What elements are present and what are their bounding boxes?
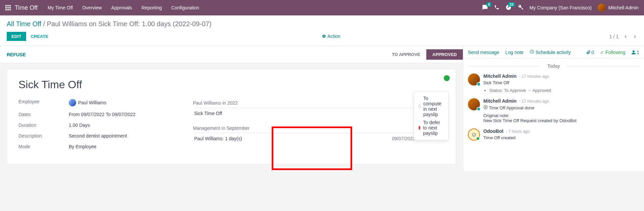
messaging-icon[interactable]: 5 <box>482 4 488 11</box>
svg-rect-2 <box>9 5 11 6</box>
summary1-table: Sick Time Off 1 day(s) <box>193 108 444 119</box>
gear-icon <box>322 34 326 38</box>
breadcrumb-root[interactable]: All Time Off <box>7 20 41 28</box>
message-note-label: Original note: <box>483 113 577 118</box>
value-description: Second dentist appointment <box>69 133 127 139</box>
user-name: Mitchell Admin <box>608 5 639 10</box>
message: ☺ OdooBot - 7 hours ago Time Off created <box>468 128 639 141</box>
user-avatar <box>598 4 606 12</box>
user-menu[interactable]: Mitchell Admin <box>598 4 639 12</box>
send-message-button[interactable]: Send message <box>468 50 499 55</box>
svg-rect-3 <box>5 7 7 8</box>
person-icon <box>631 50 636 55</box>
svg-rect-7 <box>7 9 9 10</box>
status-bar: REFUSE TO APPROVE APPROVED <box>0 46 463 63</box>
chatter: Send message Log note Schedule activity … <box>463 46 644 171</box>
control-bar: EDIT CREATE Action 1 / 1 ‹ › <box>0 29 644 46</box>
employee-avatar <box>69 99 76 106</box>
message-author: OdooBot <box>483 128 503 134</box>
refuse-button[interactable]: REFUSE <box>7 52 26 57</box>
value-dates: From 09/07/2022 To 09/07/2022 <box>69 112 136 117</box>
apps-icon[interactable] <box>5 5 11 10</box>
message-content: Time Off created <box>483 135 530 140</box>
status-approved[interactable]: APPROVED <box>426 49 463 60</box>
pager-prev[interactable]: ‹ <box>623 33 628 40</box>
message-content: Time Off Approval done <box>483 105 577 110</box>
svg-rect-1 <box>7 5 9 6</box>
summary1-header: Paul Williams in 2022 <box>193 100 444 106</box>
message-time: - 17 minutes ago <box>519 99 549 104</box>
label-description: Description <box>18 133 69 139</box>
svg-rect-0 <box>5 5 7 6</box>
table-row: Paul Williams: 1 day(s) 09/07/2022 - 09/… <box>193 133 444 144</box>
message: Mitchell Admin - 17 minutes ago Sick Tim… <box>468 73 639 93</box>
company-selector[interactable]: My Company (San Francisco) <box>530 5 592 10</box>
label-employee: Employee <box>18 99 69 106</box>
message-avatar: ☺ <box>468 128 480 141</box>
message-author: Mitchell Admin <box>483 98 517 104</box>
label-dates: Dates <box>18 112 69 117</box>
summary2-table: Paul Williams: 1 day(s) 09/07/2022 - 09/… <box>193 133 444 144</box>
svg-rect-8 <box>9 9 11 10</box>
activities-icon[interactable]: 23 <box>505 4 512 11</box>
nav-approvals[interactable]: Approvals <box>111 5 132 10</box>
value-employee: Paul Williams <box>78 100 106 105</box>
svg-point-10 <box>485 107 486 108</box>
create-button[interactable]: CREATE <box>26 32 53 41</box>
summary2-header: Management in September <box>193 125 444 131</box>
table-row: Sick Time Off 1 day(s) <box>193 108 444 119</box>
followers-button[interactable]: 1 <box>631 50 639 55</box>
label-duration: Duration <box>18 122 69 128</box>
svg-rect-5 <box>9 7 11 8</box>
presence-icon <box>477 107 481 111</box>
record-title: Sick Time Off <box>18 78 444 91</box>
activities-badge: 23 <box>508 2 515 7</box>
message-content: Sick Time Off <box>483 80 551 85</box>
svg-rect-6 <box>5 9 7 10</box>
value-duration: 1.00 Days <box>69 122 90 128</box>
pager-count: 1 / 1 <box>609 34 619 39</box>
messaging-badge: 5 <box>487 2 491 7</box>
message-time: - 7 hours ago <box>506 129 530 134</box>
paperclip-icon <box>586 50 591 55</box>
phone-icon[interactable] <box>494 5 499 11</box>
message-note-body: New Sick Time Off Request created by Odo… <box>483 118 577 123</box>
presence-icon <box>477 82 481 86</box>
nav-reporting[interactable]: Reporting <box>142 5 162 10</box>
debug-icon[interactable] <box>518 4 524 11</box>
attachments-button[interactable]: 0 <box>586 50 594 55</box>
edit-button[interactable]: EDIT <box>7 32 26 41</box>
popover-compute[interactable]: To compute in next payslip <box>419 94 443 118</box>
dot-red-icon <box>419 126 420 130</box>
clock-icon <box>530 49 534 54</box>
popover-defer[interactable]: To defer to next payslip <box>419 118 443 137</box>
presence-icon <box>476 137 480 141</box>
dot-grey-icon <box>419 104 421 108</box>
nav-configuration[interactable]: Configuration <box>171 5 199 10</box>
payslip-status-dot[interactable] <box>444 75 450 81</box>
message-avatar <box>468 73 480 86</box>
following-button[interactable]: ✓ Following <box>600 50 625 55</box>
label-mode: Mode <box>18 144 69 149</box>
form-sheet: To compute in next payslip To defer to n… <box>7 69 456 164</box>
payslip-status-popover: To compute in next payslip To defer to n… <box>414 91 448 140</box>
svg-rect-4 <box>7 7 9 8</box>
value-mode: By Employee <box>69 144 96 149</box>
schedule-activity-button[interactable]: Schedule activity <box>530 49 571 55</box>
nav-my-time-off[interactable]: My Time Off <box>48 5 73 10</box>
pager-next[interactable]: › <box>633 33 637 40</box>
gear-icon <box>483 105 488 110</box>
date-separator: Today <box>468 63 639 69</box>
message-time: - 17 minutes ago <box>519 74 549 79</box>
status-to-approve[interactable]: TO APPROVE <box>386 49 427 60</box>
breadcrumb: All Time Off / Paul Williams on Sick Tim… <box>0 15 644 29</box>
message-avatar <box>468 98 480 110</box>
top-nav: Time Off My Time Off Overview Approvals … <box>0 0 644 15</box>
message: Mitchell Admin - 17 minutes ago Time Off… <box>468 98 639 123</box>
app-brand[interactable]: Time Off <box>15 4 38 11</box>
pager: 1 / 1 ‹ › <box>609 33 637 40</box>
breadcrumb-current: Paul Williams on Sick Time Off: 1.00 day… <box>47 20 212 28</box>
nav-overview[interactable]: Overview <box>82 5 102 10</box>
action-menu[interactable]: Action <box>322 34 340 39</box>
log-note-button[interactable]: Log note <box>505 50 524 55</box>
